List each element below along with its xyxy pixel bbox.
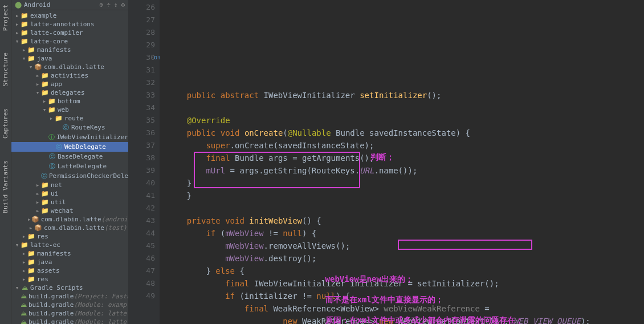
code-line[interactable] xyxy=(168,102,644,114)
code-line[interactable]: @Override xyxy=(168,114,644,127)
tree-item[interactable]: ▸📁net xyxy=(11,181,128,189)
tree-item[interactable]: ⓒRouteKeys xyxy=(11,123,128,132)
left-tool-strip: Project Structure Captures Build Variant… xyxy=(0,0,11,324)
code-line[interactable]: mUrl = args.getString(RouteKeys.URL.name… xyxy=(168,164,644,177)
tree-item[interactable]: ▸📁ui xyxy=(11,189,128,198)
tree-item[interactable]: ⛰build.gradle (Module: latte-annotations… xyxy=(11,309,128,318)
tree-item[interactable]: ▾📁java xyxy=(11,54,128,63)
code-line[interactable] xyxy=(168,202,644,214)
target-icon[interactable]: ⊕ xyxy=(100,1,104,9)
project-tree[interactable]: ▸📁example▸📁latte-annotations▸📁latte-comp… xyxy=(11,10,128,324)
tree-item[interactable]: ▸📁res xyxy=(11,232,128,241)
gear-icon[interactable]: ⚙ xyxy=(121,1,125,9)
sort-icon[interactable]: ↕ xyxy=(114,1,118,9)
tree-item[interactable]: ⓘIWebViewInitializer xyxy=(11,132,128,142)
tree-item[interactable]: ⓒBaseDelegate xyxy=(11,152,128,161)
divide-icon[interactable]: ÷ xyxy=(107,1,111,9)
tree-item[interactable]: ▸📁latte-compiler xyxy=(11,29,128,37)
tree-item[interactable]: ▸📁res xyxy=(11,275,128,284)
tree-item[interactable]: ▸📁app xyxy=(11,80,128,88)
tool-tab-structure[interactable]: Structure xyxy=(1,50,10,89)
project-sidebar: ⬤ Android ⊕ ÷ ↕ ⚙ ▸📁example▸📁latte-annot… xyxy=(11,0,128,324)
tree-item[interactable]: ▸📦com.dlabin.latte (test) xyxy=(11,224,128,232)
tree-item[interactable]: ⛰build.gradle (Project: FastEC) xyxy=(11,292,128,301)
tree-item[interactable]: ▾📁delegates xyxy=(11,88,128,97)
code-line[interactable] xyxy=(168,76,644,89)
tree-item[interactable]: ▸📁manifests xyxy=(11,249,128,258)
android-icon: ⬤ xyxy=(15,1,22,9)
tree-item[interactable]: ▸📁bottom xyxy=(11,97,128,106)
tree-item[interactable]: ▾📦com.dlabin.latte xyxy=(11,63,128,71)
tree-item[interactable]: ▸📁example xyxy=(11,11,128,20)
tree-item[interactable]: ▾📁latte-ec xyxy=(11,241,128,249)
code-line[interactable]: mWebView.removeAllViews(); xyxy=(168,240,644,252)
annotation-note-1: 判断； xyxy=(370,152,394,162)
sidebar-header: ⬤ Android ⊕ ÷ ↕ ⚙ xyxy=(11,0,128,10)
tree-item[interactable]: ▾📁web xyxy=(11,106,128,114)
code-line[interactable]: public abstract IWebViewInitializer setI… xyxy=(168,89,644,102)
tree-item[interactable]: ⛰build.gradle (Module: latte-compiler) xyxy=(11,318,128,324)
code-line[interactable]: final Bundle args = getArguments(); xyxy=(168,152,644,164)
tree-item[interactable]: ▸📁activities xyxy=(11,71,128,80)
tree-item[interactable]: ▸📁util xyxy=(11,198,128,206)
tool-tab-build-variants[interactable]: Build Variants xyxy=(1,158,10,216)
code-line[interactable]: mWebView.destroy(); xyxy=(168,252,644,265)
tree-item[interactable]: ⓒPermissionCheckerDelegate xyxy=(11,171,128,181)
tree-item[interactable]: ▸📁manifests xyxy=(11,46,128,54)
tree-item[interactable]: ⛰build.gradle (Module: example) xyxy=(11,301,128,309)
tree-item[interactable]: ▸📦com.dlabin.latte (androidTest) xyxy=(11,215,128,224)
code-area[interactable]: 判断； webView是new出来的； 而不是在xml文件中直接显示的； 原因：… xyxy=(160,0,644,324)
code-line[interactable]: super.onCreate(savedInstanceState); xyxy=(168,139,644,152)
code-line[interactable]: public void onCreate(@Nullable Bundle sa… xyxy=(168,127,644,139)
line-gutter: 26 27 28 29 30 31 32 33 34 35 36 37 38 3… xyxy=(128,0,160,324)
code-line[interactable]: if (mWebView != null) { xyxy=(168,227,644,240)
code-line[interactable]: private void initWebView() { xyxy=(168,214,644,227)
sidebar-title[interactable]: Android xyxy=(24,1,50,9)
tree-item[interactable]: ⓒLatteDelegate xyxy=(11,161,128,171)
code-line[interactable]: } xyxy=(168,177,644,189)
tree-item[interactable]: ▸📁java xyxy=(11,258,128,266)
tree-item[interactable]: ⓒWebDelegate xyxy=(11,142,128,152)
tree-item[interactable]: ▾⛰Gradle Scripts xyxy=(11,284,128,292)
tool-tab-project[interactable]: Project xyxy=(1,2,10,33)
tree-item[interactable]: ▸📁wechat xyxy=(11,206,128,215)
code-line[interactable]: } xyxy=(168,189,644,202)
tree-item[interactable]: ▸📁latte-annotations xyxy=(11,20,128,29)
tree-item[interactable]: ▸📁route xyxy=(11,114,128,123)
annotation-note-2: webView是new出来的； 而不是在xml文件中直接显示的； 原因：在xml… xyxy=(296,264,523,324)
code-editor[interactable]: 26 27 28 29 30 31 32 33 34 35 36 37 38 3… xyxy=(128,0,644,324)
tree-item[interactable]: ▸📁assets xyxy=(11,266,128,275)
tree-item[interactable]: ▾📁latte-core xyxy=(11,37,128,46)
tool-tab-captures[interactable]: Captures xyxy=(1,106,10,141)
